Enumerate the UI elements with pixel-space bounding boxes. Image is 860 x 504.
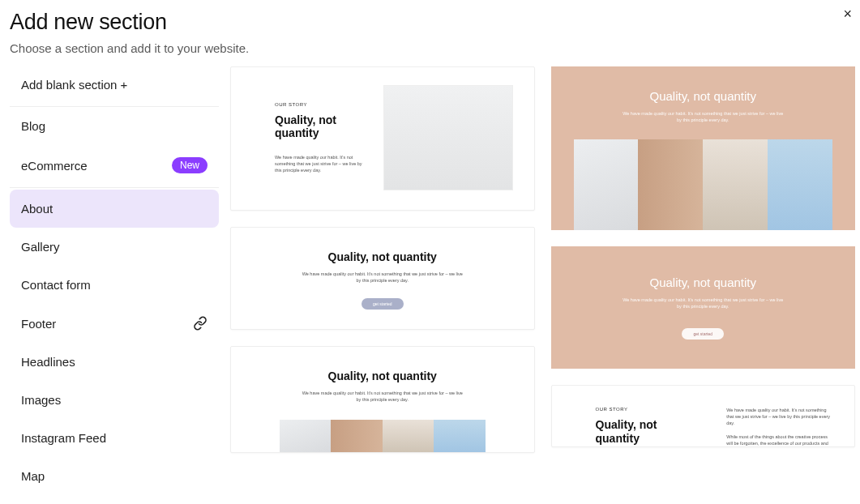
template-card[interactable]: Quality, not quantity We have made quali… — [551, 246, 856, 368]
preview-body: We have made quality our habit. It's not… — [622, 297, 784, 310]
preview-heading: Quality, not quantity — [596, 418, 685, 446]
close-button[interactable]: × — [843, 6, 852, 21]
category-images[interactable]: Images — [10, 381, 219, 419]
category-label: Gallery — [21, 240, 60, 254]
preview-eyebrow: OUR STORY — [275, 102, 366, 107]
category-label: Footer — [21, 317, 56, 331]
link-icon — [193, 316, 208, 331]
category-contact-form[interactable]: Contact form — [10, 266, 219, 304]
category-label: Images — [21, 393, 61, 407]
category-footer[interactable]: Footer — [10, 304, 219, 343]
preview-heading: Quality, not quantity — [575, 89, 832, 103]
preview-button: get started — [682, 328, 724, 340]
template-card[interactable]: Quality, not quantity We have made quali… — [230, 346, 535, 452]
category-label: Contact form — [21, 278, 91, 292]
category-label: Instagram Feed — [21, 431, 106, 445]
preview-body: We have made quality our habit. It's not… — [275, 155, 366, 173]
category-label: Headlines — [21, 355, 75, 369]
preview-body-extra: While most of the things about the creat… — [726, 434, 833, 447]
preview-body: We have made quality our habit. It's not… — [622, 111, 784, 123]
preview-image-strip — [574, 139, 833, 230]
modal-title: Add new section — [10, 10, 860, 35]
category-gallery[interactable]: Gallery — [10, 228, 219, 266]
preview-body: We have made quality our habit. It's not… — [302, 391, 464, 403]
preview-heading: Quality, not quantity — [575, 275, 832, 289]
sidebar: Add blank section + Blog eCommerce New A… — [0, 66, 219, 504]
category-instagram-feed[interactable]: Instagram Feed — [10, 419, 219, 457]
add-blank-section-button[interactable]: Add blank section + — [10, 66, 219, 103]
modal-subtitle: Choose a section and add it to your webs… — [10, 41, 860, 55]
category-label: About — [21, 202, 53, 216]
preview-eyebrow: OUR STORY — [596, 407, 703, 412]
preview-heading: Quality, not quantity — [275, 113, 364, 141]
category-ecommerce[interactable]: eCommerce New — [10, 145, 219, 186]
category-headlines[interactable]: Headlines — [10, 343, 219, 381]
preview-image-strip — [280, 420, 486, 452]
category-label: Map — [21, 469, 45, 483]
preview-image — [383, 85, 513, 190]
template-gallery: OUR STORY Quality, not quantity We have … — [219, 66, 860, 504]
new-badge: New — [172, 157, 208, 173]
template-card[interactable]: OUR STORY Quality, not quantity We have … — [551, 385, 856, 448]
preview-button: get started — [362, 298, 404, 310]
category-about[interactable]: About — [10, 190, 219, 228]
preview-heading: Quality, not quantity — [280, 250, 486, 263]
template-card[interactable]: Quality, not quantity We have made quali… — [551, 66, 856, 230]
template-card[interactable]: OUR STORY Quality, not quantity We have … — [230, 66, 535, 211]
category-map[interactable]: Map — [10, 457, 219, 495]
category-label: eCommerce — [21, 159, 88, 173]
template-card[interactable]: Quality, not quantity We have made quali… — [230, 227, 535, 330]
divider — [10, 187, 219, 188]
preview-body: We have made quality our habit. It's not… — [302, 271, 464, 284]
preview-body: We have made quality our habit. It's not… — [726, 407, 833, 427]
preview-heading: Quality, not quantity — [280, 369, 486, 382]
category-label: Blog — [21, 119, 45, 133]
category-blog[interactable]: Blog — [10, 107, 219, 145]
